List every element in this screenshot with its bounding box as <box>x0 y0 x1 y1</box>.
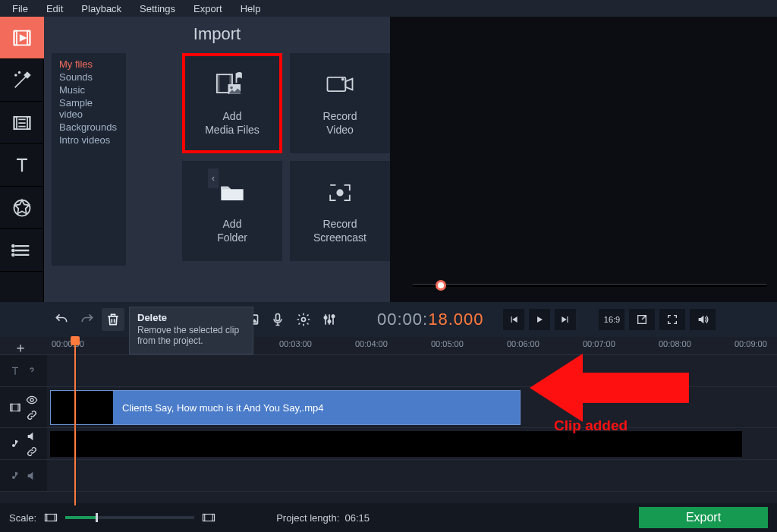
svg-marker-36 <box>530 354 689 422</box>
svg-point-20 <box>337 190 342 195</box>
tile-label: Add Folder <box>217 217 247 244</box>
clip-properties-button[interactable] <box>292 308 315 331</box>
svg-rect-14 <box>217 74 220 93</box>
prev-frame-button[interactable] <box>503 309 524 330</box>
tile-label: Record Screencast <box>313 217 366 244</box>
menu-export[interactable]: Export <box>184 2 231 16</box>
svg-point-19 <box>341 78 344 81</box>
zoom-out-icon[interactable] <box>44 512 58 523</box>
svg-marker-3 <box>20 35 25 40</box>
menu-help[interactable]: Help <box>231 2 270 16</box>
menu-edit[interactable]: Edit <box>37 2 72 16</box>
redo-button[interactable] <box>76 308 99 331</box>
svg-rect-41 <box>203 515 205 521</box>
svg-point-27 <box>302 318 306 322</box>
svg-point-9 <box>14 200 30 216</box>
import-title: Import <box>44 17 390 49</box>
tool-filters[interactable] <box>0 59 44 102</box>
tool-more[interactable] <box>0 229 44 272</box>
video-clip[interactable]: Clients Say, How much is it And You Say,… <box>50 390 521 425</box>
video-track-head[interactable] <box>0 387 47 428</box>
zoom-in-icon[interactable] <box>202 512 215 523</box>
preview-panel <box>390 17 777 302</box>
svg-point-35 <box>30 398 33 401</box>
title-track-head[interactable] <box>0 355 47 387</box>
volume-button[interactable] <box>690 309 716 330</box>
detach-preview-button[interactable] <box>629 309 655 330</box>
zoom-slider[interactable] <box>65 516 194 519</box>
main-area: Import My files Sounds Music Sample vide… <box>0 17 777 302</box>
tool-import[interactable] <box>0 17 44 59</box>
cat-intro-videos[interactable]: Intro videos <box>59 134 118 146</box>
zoom-knob[interactable] <box>96 513 98 522</box>
audio-track-head[interactable] <box>0 460 47 492</box>
tooltip-body: Remove the selected clip from the projec… <box>137 325 245 346</box>
menu-file[interactable]: File <box>3 2 37 16</box>
cat-sample-video[interactable]: Sample video <box>59 96 118 121</box>
project-length: Project length: 06:15 <box>276 512 370 524</box>
aspect-ratio-button[interactable]: 16:9 <box>599 309 624 330</box>
menu-settings[interactable]: Settings <box>131 2 184 16</box>
tile-add-media[interactable]: Add Media Files <box>182 53 282 153</box>
bottom-bar: Scale: Project length: 06:15 Export <box>0 503 777 532</box>
preview-right-controls: 16:9 <box>599 309 716 330</box>
svg-rect-26 <box>276 314 280 321</box>
svg-rect-34 <box>18 404 20 411</box>
tile-record-video[interactable]: Record Video <box>290 53 390 153</box>
next-frame-button[interactable] <box>555 309 576 330</box>
seek-knob[interactable] <box>436 280 446 291</box>
ruler-tick: 00:04:00 <box>355 339 388 348</box>
menu-playback[interactable]: Playback <box>72 2 131 16</box>
tile-label: Add Media Files <box>205 109 260 137</box>
svg-point-11 <box>12 249 14 250</box>
svg-point-10 <box>12 245 14 247</box>
ruler-tick: 00:05:00 <box>431 339 464 348</box>
collapse-categories[interactable]: ‹ <box>208 168 219 188</box>
delete-tooltip: Delete Remove the selected clip from the… <box>129 307 253 354</box>
clip-filename: Clients Say, How much is it And You Say,… <box>122 402 323 414</box>
preview-seekbar[interactable] <box>413 284 766 287</box>
tool-titles[interactable] <box>0 144 44 187</box>
svg-point-30 <box>332 315 334 317</box>
add-track-button[interactable]: ＋ <box>14 338 27 357</box>
svg-rect-1 <box>14 30 17 45</box>
svg-point-12 <box>12 253 14 255</box>
ruler-tick: 00:03:00 <box>279 339 312 348</box>
svg-point-5 <box>18 71 20 73</box>
svg-rect-33 <box>11 404 12 411</box>
cat-sounds[interactable]: Sounds <box>59 71 118 83</box>
cat-my-files[interactable]: My files <box>59 58 118 71</box>
fullscreen-button[interactable] <box>659 309 685 330</box>
tooltip-title: Delete <box>137 312 245 323</box>
tile-record-screencast[interactable]: Record Screencast <box>290 161 390 261</box>
audio-clip[interactable] <box>50 431 742 457</box>
svg-rect-8 <box>27 116 30 128</box>
playhead[interactable] <box>74 337 76 505</box>
tool-transitions[interactable] <box>0 102 44 144</box>
linked-audio-track-head[interactable] <box>0 428 47 460</box>
export-button[interactable]: Export <box>639 507 768 528</box>
microphone-button[interactable] <box>266 308 289 331</box>
linked-audio-track[interactable] <box>47 428 777 460</box>
svg-rect-39 <box>55 515 56 521</box>
undo-button[interactable] <box>50 308 73 331</box>
tile-add-folder[interactable]: Add Folder <box>182 161 282 261</box>
equalizer-button[interactable] <box>318 308 341 331</box>
svg-point-28 <box>324 316 326 319</box>
playback-controls <box>503 309 576 330</box>
left-tool-strip <box>0 17 44 302</box>
cat-backgrounds[interactable]: Backgrounds <box>59 121 118 134</box>
audio-track[interactable] <box>47 460 777 492</box>
cat-music[interactable]: Music <box>59 83 118 96</box>
delete-button[interactable] <box>102 308 124 331</box>
svg-point-4 <box>14 74 16 76</box>
svg-rect-7 <box>14 116 17 128</box>
import-panel: Import My files Sounds Music Sample vide… <box>44 17 390 302</box>
track-gutter <box>0 355 47 492</box>
tool-stickers[interactable] <box>0 187 44 229</box>
clip-thumbnail <box>51 391 113 424</box>
play-button[interactable] <box>529 309 550 330</box>
import-tiles: Add Media Files Record Video Add Folder … <box>182 53 390 266</box>
svg-point-29 <box>328 320 330 323</box>
toolbar-row: 00:00:18.000 16:9 <box>0 302 777 337</box>
